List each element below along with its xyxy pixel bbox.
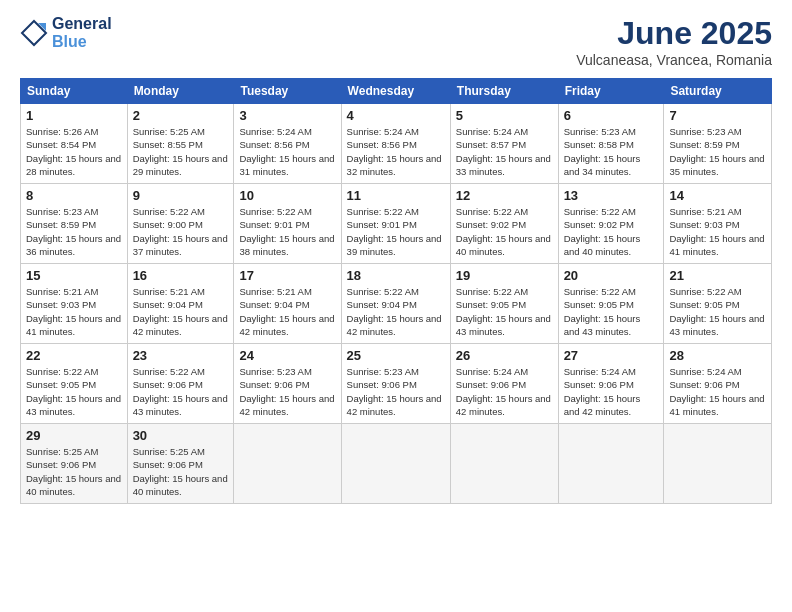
- table-row: 3 Sunrise: 5:24 AM Sunset: 8:56 PM Dayli…: [234, 104, 341, 184]
- logo-svg: [20, 19, 48, 47]
- day-number: 14: [669, 188, 766, 203]
- day-info: Sunrise: 5:22 AM Sunset: 9:04 PM Dayligh…: [347, 285, 445, 338]
- logo-general: General: [52, 15, 112, 32]
- day-number: 27: [564, 348, 659, 363]
- calendar-week-row: 15 Sunrise: 5:21 AM Sunset: 9:03 PM Dayl…: [21, 264, 772, 344]
- day-info: Sunrise: 5:22 AM Sunset: 9:01 PM Dayligh…: [347, 205, 445, 258]
- day-info: Sunrise: 5:25 AM Sunset: 9:06 PM Dayligh…: [26, 445, 122, 498]
- day-info: Sunrise: 5:23 AM Sunset: 8:59 PM Dayligh…: [26, 205, 122, 258]
- table-row: 5 Sunrise: 5:24 AM Sunset: 8:57 PM Dayli…: [450, 104, 558, 184]
- table-row: 26 Sunrise: 5:24 AM Sunset: 9:06 PM Dayl…: [450, 344, 558, 424]
- day-info: Sunrise: 5:21 AM Sunset: 9:03 PM Dayligh…: [26, 285, 122, 338]
- table-row: 30 Sunrise: 5:25 AM Sunset: 9:06 PM Dayl…: [127, 424, 234, 504]
- day-number: 28: [669, 348, 766, 363]
- table-row: 2 Sunrise: 5:25 AM Sunset: 8:55 PM Dayli…: [127, 104, 234, 184]
- day-info: Sunrise: 5:23 AM Sunset: 8:58 PM Dayligh…: [564, 125, 659, 178]
- table-row: [558, 424, 664, 504]
- col-thursday: Thursday: [450, 79, 558, 104]
- day-info: Sunrise: 5:22 AM Sunset: 9:05 PM Dayligh…: [564, 285, 659, 338]
- col-tuesday: Tuesday: [234, 79, 341, 104]
- calendar-week-row: 1 Sunrise: 5:26 AM Sunset: 8:54 PM Dayli…: [21, 104, 772, 184]
- day-info: Sunrise: 5:22 AM Sunset: 9:00 PM Dayligh…: [133, 205, 229, 258]
- day-number: 12: [456, 188, 553, 203]
- day-number: 25: [347, 348, 445, 363]
- logo: General Blue: [20, 15, 112, 50]
- day-number: 29: [26, 428, 122, 443]
- day-info: Sunrise: 5:21 AM Sunset: 9:03 PM Dayligh…: [669, 205, 766, 258]
- day-info: Sunrise: 5:24 AM Sunset: 8:57 PM Dayligh…: [456, 125, 553, 178]
- table-row: 6 Sunrise: 5:23 AM Sunset: 8:58 PM Dayli…: [558, 104, 664, 184]
- day-number: 21: [669, 268, 766, 283]
- day-info: Sunrise: 5:24 AM Sunset: 9:06 PM Dayligh…: [456, 365, 553, 418]
- table-row: 7 Sunrise: 5:23 AM Sunset: 8:59 PM Dayli…: [664, 104, 772, 184]
- table-row: 17 Sunrise: 5:21 AM Sunset: 9:04 PM Dayl…: [234, 264, 341, 344]
- table-row: 11 Sunrise: 5:22 AM Sunset: 9:01 PM Dayl…: [341, 184, 450, 264]
- day-info: Sunrise: 5:22 AM Sunset: 9:02 PM Dayligh…: [564, 205, 659, 258]
- table-row: 23 Sunrise: 5:22 AM Sunset: 9:06 PM Dayl…: [127, 344, 234, 424]
- col-saturday: Saturday: [664, 79, 772, 104]
- table-row: [664, 424, 772, 504]
- day-number: 9: [133, 188, 229, 203]
- day-number: 7: [669, 108, 766, 123]
- day-info: Sunrise: 5:24 AM Sunset: 8:56 PM Dayligh…: [347, 125, 445, 178]
- day-info: Sunrise: 5:23 AM Sunset: 9:06 PM Dayligh…: [239, 365, 335, 418]
- table-row: 10 Sunrise: 5:22 AM Sunset: 9:01 PM Dayl…: [234, 184, 341, 264]
- day-number: 18: [347, 268, 445, 283]
- day-number: 26: [456, 348, 553, 363]
- day-number: 13: [564, 188, 659, 203]
- day-info: Sunrise: 5:22 AM Sunset: 9:02 PM Dayligh…: [456, 205, 553, 258]
- title-block: June 2025 Vulcaneasa, Vrancea, Romania: [576, 15, 772, 68]
- day-number: 22: [26, 348, 122, 363]
- day-number: 24: [239, 348, 335, 363]
- day-number: 1: [26, 108, 122, 123]
- table-row: 29 Sunrise: 5:25 AM Sunset: 9:06 PM Dayl…: [21, 424, 128, 504]
- table-row: 25 Sunrise: 5:23 AM Sunset: 9:06 PM Dayl…: [341, 344, 450, 424]
- table-row: 16 Sunrise: 5:21 AM Sunset: 9:04 PM Dayl…: [127, 264, 234, 344]
- table-row: 28 Sunrise: 5:24 AM Sunset: 9:06 PM Dayl…: [664, 344, 772, 424]
- calendar-week-row: 8 Sunrise: 5:23 AM Sunset: 8:59 PM Dayli…: [21, 184, 772, 264]
- col-sunday: Sunday: [21, 79, 128, 104]
- day-number: 3: [239, 108, 335, 123]
- table-row: 9 Sunrise: 5:22 AM Sunset: 9:00 PM Dayli…: [127, 184, 234, 264]
- day-number: 19: [456, 268, 553, 283]
- calendar-header-row: Sunday Monday Tuesday Wednesday Thursday…: [21, 79, 772, 104]
- table-row: 22 Sunrise: 5:22 AM Sunset: 9:05 PM Dayl…: [21, 344, 128, 424]
- day-info: Sunrise: 5:24 AM Sunset: 9:06 PM Dayligh…: [564, 365, 659, 418]
- day-number: 5: [456, 108, 553, 123]
- page: General Blue June 2025 Vulcaneasa, Vranc…: [0, 0, 792, 612]
- table-row: 19 Sunrise: 5:22 AM Sunset: 9:05 PM Dayl…: [450, 264, 558, 344]
- calendar-week-row: 29 Sunrise: 5:25 AM Sunset: 9:06 PM Dayl…: [21, 424, 772, 504]
- day-info: Sunrise: 5:22 AM Sunset: 9:05 PM Dayligh…: [26, 365, 122, 418]
- table-row: 8 Sunrise: 5:23 AM Sunset: 8:59 PM Dayli…: [21, 184, 128, 264]
- day-info: Sunrise: 5:26 AM Sunset: 8:54 PM Dayligh…: [26, 125, 122, 178]
- day-info: Sunrise: 5:22 AM Sunset: 9:05 PM Dayligh…: [456, 285, 553, 338]
- day-number: 8: [26, 188, 122, 203]
- day-info: Sunrise: 5:23 AM Sunset: 9:06 PM Dayligh…: [347, 365, 445, 418]
- calendar-table: Sunday Monday Tuesday Wednesday Thursday…: [20, 78, 772, 504]
- col-wednesday: Wednesday: [341, 79, 450, 104]
- table-row: 14 Sunrise: 5:21 AM Sunset: 9:03 PM Dayl…: [664, 184, 772, 264]
- day-number: 17: [239, 268, 335, 283]
- table-row: 13 Sunrise: 5:22 AM Sunset: 9:02 PM Dayl…: [558, 184, 664, 264]
- logo-blue: Blue: [52, 33, 87, 50]
- table-row: 27 Sunrise: 5:24 AM Sunset: 9:06 PM Dayl…: [558, 344, 664, 424]
- subtitle: Vulcaneasa, Vrancea, Romania: [576, 52, 772, 68]
- col-monday: Monday: [127, 79, 234, 104]
- day-info: Sunrise: 5:23 AM Sunset: 8:59 PM Dayligh…: [669, 125, 766, 178]
- table-row: 4 Sunrise: 5:24 AM Sunset: 8:56 PM Dayli…: [341, 104, 450, 184]
- day-info: Sunrise: 5:22 AM Sunset: 9:01 PM Dayligh…: [239, 205, 335, 258]
- table-row: 15 Sunrise: 5:21 AM Sunset: 9:03 PM Dayl…: [21, 264, 128, 344]
- month-title: June 2025: [576, 15, 772, 52]
- day-number: 4: [347, 108, 445, 123]
- day-number: 15: [26, 268, 122, 283]
- table-row: 1 Sunrise: 5:26 AM Sunset: 8:54 PM Dayli…: [21, 104, 128, 184]
- day-info: Sunrise: 5:21 AM Sunset: 9:04 PM Dayligh…: [239, 285, 335, 338]
- day-number: 23: [133, 348, 229, 363]
- table-row: 21 Sunrise: 5:22 AM Sunset: 9:05 PM Dayl…: [664, 264, 772, 344]
- day-info: Sunrise: 5:25 AM Sunset: 9:06 PM Dayligh…: [133, 445, 229, 498]
- day-number: 30: [133, 428, 229, 443]
- table-row: 18 Sunrise: 5:22 AM Sunset: 9:04 PM Dayl…: [341, 264, 450, 344]
- table-row: 20 Sunrise: 5:22 AM Sunset: 9:05 PM Dayl…: [558, 264, 664, 344]
- day-number: 20: [564, 268, 659, 283]
- day-info: Sunrise: 5:25 AM Sunset: 8:55 PM Dayligh…: [133, 125, 229, 178]
